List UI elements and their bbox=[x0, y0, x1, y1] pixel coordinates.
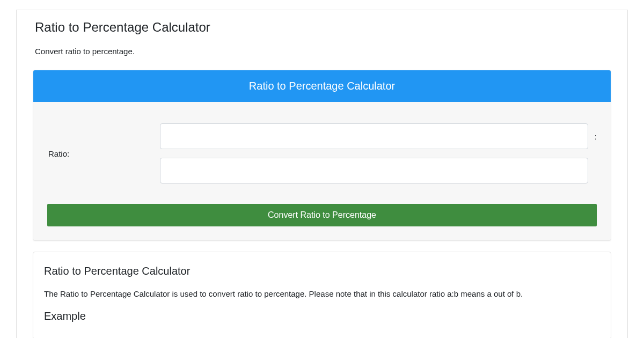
ratio-input-line-b bbox=[160, 158, 597, 183]
page-wrapper: Ratio to Percentage Calculator Convert r… bbox=[16, 10, 628, 338]
page-inner: Ratio to Percentage Calculator Convert r… bbox=[17, 10, 627, 338]
ratio-separator: : bbox=[588, 132, 597, 141]
page-title: Ratio to Percentage Calculator bbox=[33, 20, 611, 35]
ratio-form-row: Ratio: : bbox=[47, 123, 597, 183]
info-paragraph: The Ratio to Percentage Calculator is us… bbox=[44, 289, 600, 298]
convert-button[interactable]: Convert Ratio to Percentage bbox=[47, 204, 597, 226]
ratio-inputs: : bbox=[160, 123, 597, 183]
page-subtitle: Convert ratio to percentage. bbox=[33, 47, 611, 56]
info-heading: Ratio to Percentage Calculator bbox=[44, 265, 600, 277]
calculator-body: Ratio: : Convert Ratio to Percentage bbox=[33, 102, 611, 240]
info-body: Ratio to Percentage Calculator The Ratio… bbox=[33, 252, 611, 338]
ratio-input-line-a: : bbox=[160, 123, 597, 149]
calculator-card: Ratio to Percentage Calculator Ratio: : bbox=[33, 70, 611, 241]
calculator-card-title: Ratio to Percentage Calculator bbox=[33, 70, 611, 102]
ratio-label: Ratio: bbox=[47, 149, 160, 158]
ratio-input-b[interactable] bbox=[160, 158, 588, 183]
example-heading: Example bbox=[44, 310, 600, 322]
ratio-input-a[interactable] bbox=[160, 123, 588, 149]
info-card: Ratio to Percentage Calculator The Ratio… bbox=[33, 252, 611, 338]
